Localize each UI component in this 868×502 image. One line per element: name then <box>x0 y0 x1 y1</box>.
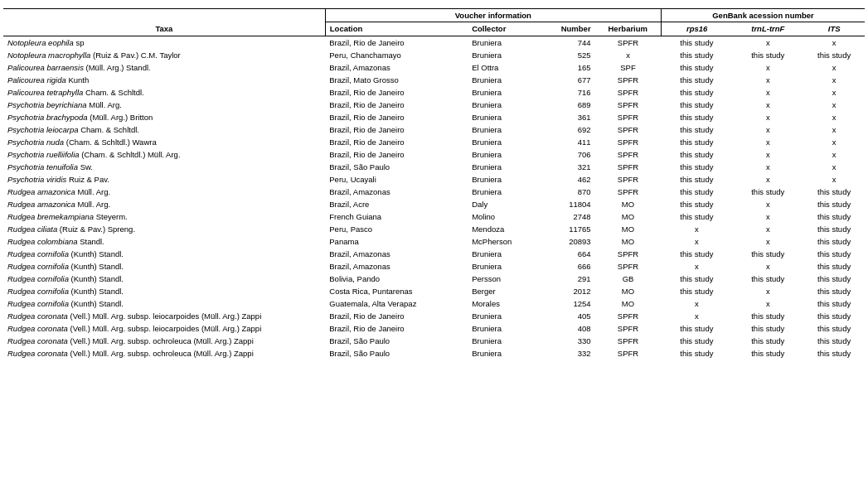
cell-its: x <box>803 36 865 50</box>
cell-its: this study <box>803 285 865 297</box>
table-row: Psychotria brachypoda (Müll. Arg.) Britt… <box>3 111 865 123</box>
cell-number: 692 <box>539 123 595 136</box>
cell-taxa: Rudgea amazonica Müll. Arg. <box>3 186 325 198</box>
cell-collector: Bruniera <box>468 123 539 136</box>
cell-location: Brazil, Rio de Janeiro <box>325 111 468 123</box>
cell-trnl: x <box>732 260 803 273</box>
cell-location: Brazil, Rio de Janeiro <box>325 148 468 161</box>
cell-collector: Morales <box>468 297 539 310</box>
cell-rps16: x <box>661 297 732 310</box>
cell-taxa: Psychotria ruelliifolia (Cham. & Schltdl… <box>3 148 325 161</box>
cell-number: 677 <box>539 74 595 86</box>
cell-rps16: x <box>661 310 732 322</box>
cell-herbarium: MO <box>595 297 662 310</box>
col-header-location: Location <box>325 22 468 36</box>
cell-taxa: Psychotria viridis Ruiz & Pav. <box>3 173 325 186</box>
table-row: Rudgea coronata (Vell.) Müll. Arg. subsp… <box>3 347 865 360</box>
cell-number: 330 <box>539 335 595 347</box>
cell-taxa: Notopleura macrophylla (Ruiz & Pav.) C.M… <box>3 49 325 61</box>
cell-herbarium: x <box>595 49 662 61</box>
table-row: Rudgea cornifolia (Kunth) Standl.Brazil,… <box>3 248 865 260</box>
cell-taxa: Rudgea bremekampiana Steyerm. <box>3 210 325 223</box>
table-row: Rudgea cornifolia (Kunth) Standl.Guatema… <box>3 297 865 310</box>
col-header-taxa: Taxa <box>3 22 325 36</box>
cell-number: 716 <box>539 86 595 99</box>
table-row: Rudgea amazonica Müll. Arg.Brazil, Amazo… <box>3 186 865 198</box>
cell-trnl: this study <box>732 310 803 322</box>
cell-its: x <box>803 173 865 186</box>
cell-rps16: x <box>661 235 732 248</box>
cell-location: Brazil, Rio de Janeiro <box>325 99 468 111</box>
cell-its: this study <box>803 273 865 285</box>
cell-trnl: x <box>732 297 803 310</box>
cell-taxa: Rudgea cornifolia (Kunth) Standl. <box>3 260 325 273</box>
cell-its: x <box>803 61 865 74</box>
cell-taxa: Psychotria beyrichiana Müll. Arg. <box>3 99 325 111</box>
cell-trnl: x <box>732 223 803 235</box>
cell-location: Brazil, Amazonas <box>325 61 468 74</box>
cell-number: 11765 <box>539 223 595 235</box>
cell-rps16: this study <box>661 335 732 347</box>
table-row: Rudgea cornifolia (Kunth) Standl.Bolivia… <box>3 273 865 285</box>
cell-collector: Bruniera <box>468 74 539 86</box>
cell-collector: Persson <box>468 273 539 285</box>
cell-its: this study <box>803 210 865 223</box>
table-row: Palicourea rigida KunthBrazil, Mato Gros… <box>3 74 865 86</box>
cell-taxa: Rudgea colombiana Standl. <box>3 235 325 248</box>
cell-number: 20893 <box>539 235 595 248</box>
cell-location: Brazil, Amazonas <box>325 248 468 260</box>
cell-collector: El Ottra <box>468 61 539 74</box>
cell-number: 291 <box>539 273 595 285</box>
cell-collector: Bruniera <box>468 248 539 260</box>
group-voucher-header: Voucher information <box>325 9 661 22</box>
cell-number: 462 <box>539 173 595 186</box>
cell-trnl: this study <box>732 322 803 335</box>
cell-rps16: this study <box>661 173 732 186</box>
table-row: Rudgea cornifolia (Kunth) Standl.Brazil,… <box>3 260 865 273</box>
data-table: Voucher information GenBank acession num… <box>3 8 865 360</box>
cell-herbarium: SPFR <box>595 123 662 136</box>
cell-herbarium: GB <box>595 273 662 285</box>
col-header-rps16: rps16 <box>661 22 732 36</box>
table-body: Notopleura eophila spBrazil, Rio de Jane… <box>3 36 865 360</box>
cell-taxa: Rudgea ciliata (Ruiz & Pav.) Spreng. <box>3 223 325 235</box>
group-genbank-header: GenBank acession number <box>661 9 865 22</box>
cell-location: Brazil, São Paulo <box>325 161 468 173</box>
cell-trnl: this study <box>732 335 803 347</box>
cell-collector: Bruniera <box>468 148 539 161</box>
cell-its: this study <box>803 235 865 248</box>
cell-its: x <box>803 111 865 123</box>
cell-taxa: Palicourea barraensis (Müll. Arg.) Stand… <box>3 61 325 74</box>
col-header-herbarium: Herbarium <box>595 22 662 36</box>
cell-rps16: this study <box>661 36 732 50</box>
cell-trnl: this study <box>732 186 803 198</box>
cell-its: x <box>803 136 865 148</box>
table-row: Rudgea coronata (Vell.) Müll. Arg. subsp… <box>3 322 865 335</box>
cell-trnl: x <box>732 123 803 136</box>
cell-herbarium: MO <box>595 210 662 223</box>
col-header-row: Taxa Location Collector Number Herbarium… <box>3 22 865 36</box>
cell-rps16: this study <box>661 74 732 86</box>
col-header-trnl: trnL-trnF <box>732 22 803 36</box>
cell-herbarium: SPFR <box>595 148 662 161</box>
table-row: Psychotria ruelliifolia (Cham. & Schltdl… <box>3 148 865 161</box>
cell-herbarium: SPF <box>595 61 662 74</box>
cell-location: Brazil, São Paulo <box>325 347 468 360</box>
cell-location: Brazil, Rio de Janeiro <box>325 36 468 50</box>
col-header-number: Number <box>539 22 595 36</box>
cell-its: this study <box>803 260 865 273</box>
cell-rps16: this study <box>661 198 732 210</box>
cell-rps16: this study <box>661 161 732 173</box>
cell-herbarium: SPFR <box>595 347 662 360</box>
cell-collector: Bruniera <box>468 36 539 50</box>
cell-location: Guatemala, Alta Verapaz <box>325 297 468 310</box>
cell-rps16: this study <box>661 136 732 148</box>
cell-collector: Bruniera <box>468 335 539 347</box>
cell-trnl: this study <box>732 248 803 260</box>
cell-its: this study <box>803 322 865 335</box>
table-row: Psychotria tenuifolia Sw.Brazil, São Pau… <box>3 161 865 173</box>
cell-rps16: this study <box>661 123 732 136</box>
cell-number: 870 <box>539 186 595 198</box>
cell-rps16: this study <box>661 148 732 161</box>
cell-taxa: Palicourea tetraphylla Cham. & Schltdl. <box>3 86 325 99</box>
